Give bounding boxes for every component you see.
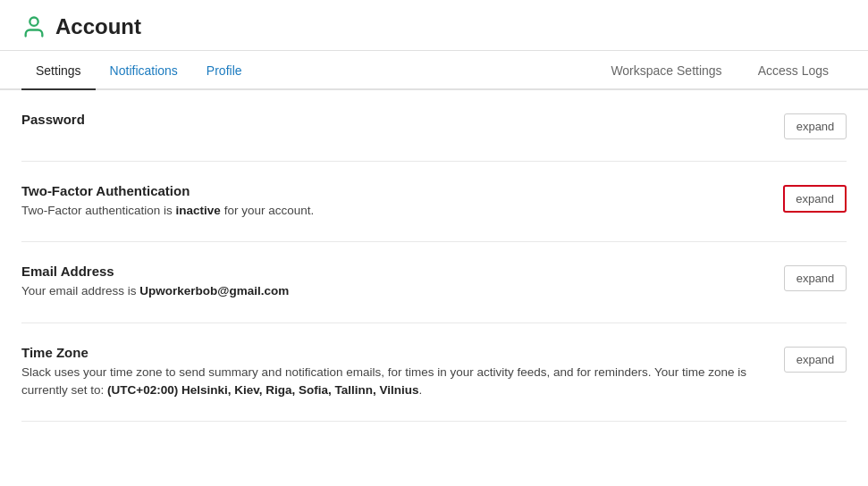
two-factor-desc: Two-Factor authentication is inactive fo… bbox=[21, 202, 754, 220]
tabs-right: Workspace Settings Access Logs bbox=[593, 51, 847, 88]
tabs-left: Settings Notifications Profile bbox=[21, 51, 593, 88]
page-header: Account bbox=[0, 0, 868, 51]
password-title: Password bbox=[21, 112, 763, 127]
account-icon bbox=[21, 14, 46, 39]
content: Password expand Two-Factor Authenticatio… bbox=[0, 90, 868, 422]
two-factor-expand-button[interactable]: expand bbox=[783, 185, 847, 213]
email-body: Email Address Your email address is Upwo… bbox=[21, 264, 763, 300]
tab-notifications[interactable]: Notifications bbox=[96, 51, 192, 90]
timezone-expand-button[interactable]: expand bbox=[784, 347, 847, 373]
password-body: Password bbox=[21, 112, 763, 130]
tab-workspace-settings[interactable]: Workspace Settings bbox=[593, 51, 739, 90]
password-section: Password expand bbox=[21, 90, 847, 162]
tabs-bar: Settings Notifications Profile Workspace… bbox=[0, 51, 868, 90]
page-title: Account bbox=[55, 14, 141, 39]
tab-settings[interactable]: Settings bbox=[21, 51, 96, 90]
timezone-desc: Slack uses your time zone to send summar… bbox=[21, 364, 754, 400]
two-factor-section: Two-Factor Authentication Two-Factor aut… bbox=[21, 162, 847, 242]
two-factor-body: Two-Factor Authentication Two-Factor aut… bbox=[21, 183, 762, 220]
two-factor-title: Two-Factor Authentication bbox=[21, 183, 762, 198]
email-title: Email Address bbox=[21, 264, 763, 279]
timezone-body: Time Zone Slack uses your time zone to s… bbox=[21, 345, 763, 400]
email-expand-button[interactable]: expand bbox=[784, 265, 847, 291]
email-section: Email Address Your email address is Upwo… bbox=[21, 242, 847, 323]
tab-profile[interactable]: Profile bbox=[192, 51, 257, 90]
timezone-section: Time Zone Slack uses your time zone to s… bbox=[21, 323, 847, 423]
timezone-title: Time Zone bbox=[21, 345, 763, 360]
tab-access-logs[interactable]: Access Logs bbox=[740, 51, 847, 90]
password-expand-button[interactable]: expand bbox=[784, 113, 847, 139]
svg-point-0 bbox=[29, 18, 38, 26]
email-desc: Your email address is Upworkerbob@gmail.… bbox=[21, 282, 754, 300]
